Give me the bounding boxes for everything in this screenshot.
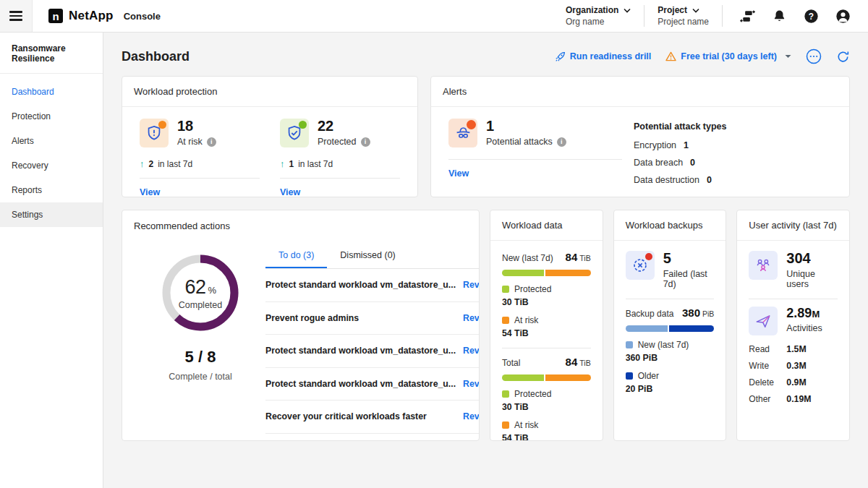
divider — [644, 5, 644, 27]
sidebar-item-dashboard[interactable]: Dashboard — [0, 80, 103, 104]
account-icon[interactable] — [835, 9, 851, 24]
alert-dot — [467, 120, 476, 129]
sidebar-item-recovery[interactable]: Recovery — [0, 153, 103, 178]
bell-icon[interactable] — [772, 9, 787, 24]
failed-dot — [645, 253, 652, 260]
sidebar-section-title: Ransomware Resilience — [0, 33, 103, 74]
free-trial-dropdown[interactable]: Free trial (30 days left) — [665, 51, 791, 61]
refresh-icon — [836, 50, 850, 64]
completion-percent: 62 — [184, 276, 205, 298]
legend-label: Protected — [514, 284, 551, 294]
recommended-actions-tabs: To do (3) Dismissed (0) — [265, 242, 480, 269]
caret-down-icon — [785, 54, 791, 59]
alerts-view-link[interactable]: View — [448, 168, 469, 179]
review-and-fix-link[interactable]: Review and fix — [463, 346, 480, 356]
sidebar-item-alerts[interactable]: Alerts — [0, 129, 103, 153]
refresh-button[interactable] — [836, 50, 850, 64]
sidebar-item-reports[interactable]: Reports — [0, 178, 103, 202]
legend-item: New (last 7d) 360 PiB — [626, 340, 715, 363]
more-actions-button[interactable] — [806, 48, 822, 64]
activity-value: 1.5M — [786, 344, 806, 354]
unique-users-label: Unique users — [786, 269, 838, 289]
organization-value: Org name — [566, 17, 631, 27]
attack-types-title: Potential attack types — [634, 121, 832, 132]
hamburger-button[interactable] — [0, 0, 33, 32]
legend-label: New (last 7d) — [638, 340, 689, 350]
legend-value: 30 TiB — [502, 402, 591, 412]
legend-value: 54 TiB — [502, 433, 591, 441]
main-content: Dashboard Run readiness drill Free trial… — [103, 33, 868, 488]
review-and-fix-link[interactable]: Review and fix — [463, 280, 480, 290]
section-label: Total — [502, 358, 520, 368]
potential-attacks-label: Potential attacks — [486, 137, 553, 147]
protected-value: 22 — [318, 119, 370, 134]
run-readiness-drill-label: Run readiness drill — [570, 51, 652, 61]
sidebar: Ransomware Resilience Dashboard Protecti… — [0, 33, 103, 488]
info-icon[interactable]: i — [207, 137, 216, 147]
legend-swatch — [626, 341, 633, 348]
connector-icon[interactable] — [740, 9, 755, 24]
warning-icon — [665, 51, 676, 61]
attack-type-label: Encryption — [634, 140, 676, 150]
divider — [280, 178, 400, 179]
potential-attacks-value: 1 — [486, 119, 566, 134]
activities-unit: M — [812, 309, 820, 320]
workload-protection-card: Workload protection 18 — [122, 76, 418, 197]
activity-row: Delete 0.9M — [749, 377, 838, 388]
attack-type-value: 1 — [684, 140, 689, 150]
legend-swatch — [502, 421, 509, 429]
tab-todo[interactable]: To do (3) — [265, 242, 327, 268]
activity-value: 0.19M — [786, 394, 811, 404]
action-row: Protect standard workload vm_datastore_u… — [265, 269, 480, 302]
failed-backups-value: 5 — [663, 251, 715, 266]
at-risk-view-link[interactable]: View — [140, 187, 160, 197]
activity-label: Read — [749, 344, 786, 354]
chevron-down-icon — [624, 8, 631, 13]
completion-ratio: 5 / 8 — [185, 348, 216, 367]
legend-label: Protected — [514, 389, 551, 399]
alerts-title: Alerts — [431, 77, 849, 107]
action-label: Prevent rogue admins — [265, 313, 463, 323]
sidebar-item-settings[interactable]: Settings — [0, 202, 103, 227]
attack-type-value: 0 — [690, 158, 695, 168]
help-icon[interactable]: ? — [804, 9, 819, 24]
percent-sign: % — [208, 285, 216, 296]
protected-tile — [280, 119, 309, 147]
recommended-actions-title: Recommended actions — [122, 210, 479, 241]
activities-value: 2.89 — [786, 306, 812, 320]
backup-data-unit: PiB — [702, 309, 714, 318]
topbar: n NetApp Console Organization Org name P… — [0, 0, 868, 33]
chevron-down-icon — [692, 8, 699, 13]
legend-item: Older 20 PiB — [626, 371, 715, 394]
workload-data-title: Workload data — [490, 210, 603, 241]
action-row: Prevent rogue admins Review and fix — [265, 302, 480, 335]
section-total: 84 — [566, 356, 578, 368]
review-and-fix-link[interactable]: Review and fix — [463, 313, 480, 323]
legend-value: 20 PiB — [626, 384, 715, 394]
activity-label: Write — [749, 361, 786, 371]
activities-tile — [749, 307, 778, 335]
protected-view-link[interactable]: View — [280, 187, 300, 197]
activity-row: Other 0.19M — [749, 394, 838, 404]
sidebar-item-protection[interactable]: Protection — [0, 104, 103, 129]
sidebar-nav: Dashboard Protection Alerts Recovery Rep… — [0, 74, 103, 227]
legend-item: Protected 30 TiB — [502, 284, 591, 307]
hamburger-icon — [9, 11, 22, 20]
info-icon[interactable]: i — [557, 137, 566, 147]
action-row: Recover your critical workloads faster R… — [265, 401, 480, 434]
protected-trend-suffix: in last 7d — [298, 159, 333, 169]
run-readiness-drill-button[interactable]: Run readiness drill — [555, 51, 652, 62]
legend-swatch — [502, 317, 509, 324]
organization-switcher[interactable]: Organization Org name — [566, 5, 631, 27]
review-and-fix-link[interactable]: Review and fix — [463, 379, 480, 389]
organization-label: Organization — [566, 5, 618, 15]
review-and-fix-link[interactable]: Review and fix — [463, 411, 480, 421]
failed-backups-label: Failed (last 7d) — [663, 269, 715, 289]
project-switcher[interactable]: Project Project name — [658, 5, 709, 27]
info-icon[interactable]: i — [361, 137, 370, 147]
unique-users-tile — [749, 251, 778, 280]
legend-label: At risk — [514, 420, 538, 430]
tab-dismissed[interactable]: Dismissed (0) — [327, 242, 408, 268]
potential-attacks-tile — [448, 119, 477, 147]
backup-data-total: 380 — [682, 307, 700, 319]
